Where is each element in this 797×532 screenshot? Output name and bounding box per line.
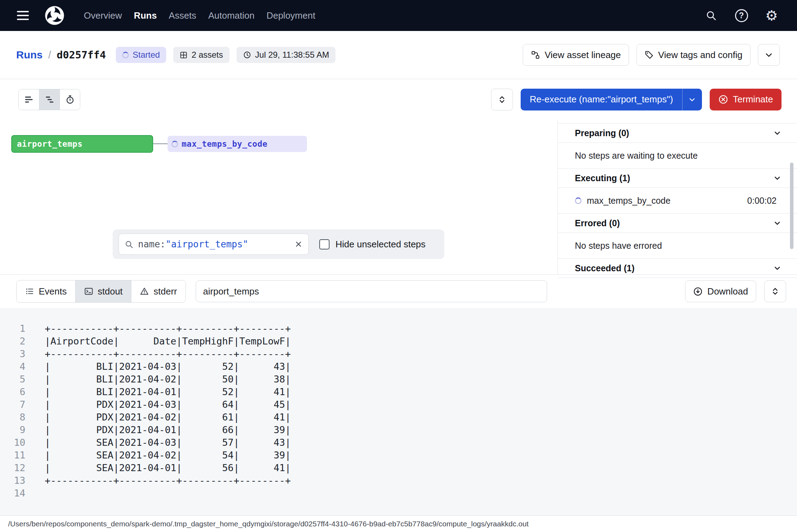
- unfold-icon: [497, 95, 507, 104]
- nav-item-automation[interactable]: Automation: [208, 10, 255, 21]
- tab-stderr-label: stderr: [153, 286, 177, 297]
- spinner-icon: [171, 141, 178, 147]
- log-line-text: | SEA|2021-04-03| 57| 43|: [45, 436, 291, 449]
- nav-item-deployment[interactable]: Deployment: [266, 10, 315, 21]
- preparing-empty-text: No steps are waiting to execute: [558, 143, 797, 168]
- log-row: 1+-----------+----------+---------+-----…: [0, 322, 797, 335]
- log-row: 8| PDX|2021-04-02| 61| 41|: [0, 411, 797, 424]
- tab-stdout-label: stdout: [98, 286, 123, 297]
- download-icon: [693, 287, 703, 296]
- tag-icon: [645, 50, 654, 59]
- log-line-text: | BLI|2021-04-01| 52| 41|: [45, 386, 291, 398]
- hide-unselected-checkbox[interactable]: [319, 239, 330, 249]
- clear-filter-button[interactable]: [294, 240, 303, 248]
- grid-icon: [180, 51, 188, 59]
- top-navbar: Overview Runs Assets Automation Deployme…: [0, 0, 797, 31]
- executing-step-row[interactable]: max_temps_by_code 0:00:02: [558, 188, 797, 213]
- terminate-label: Terminate: [733, 94, 773, 105]
- chevron-down-icon: [773, 129, 782, 137]
- settings-button[interactable]: ⚙: [762, 6, 782, 25]
- gantt-step-succeeded[interactable]: airport_temps: [11, 135, 153, 153]
- log-line-number: 1: [0, 322, 25, 335]
- terminate-icon: [718, 94, 728, 104]
- log-line-number: 9: [0, 424, 25, 436]
- executing-elapsed-time: 0:00:02: [747, 196, 777, 206]
- log-step-input[interactable]: [196, 280, 547, 302]
- download-label: Download: [707, 286, 748, 297]
- close-icon: [294, 240, 303, 248]
- help-icon: ?: [735, 9, 748, 22]
- timer-view-toggle[interactable]: [59, 89, 80, 110]
- breadcrumb-separator: /: [48, 49, 51, 61]
- nav-item-assets[interactable]: Assets: [169, 10, 196, 21]
- log-line-text: +-----------+----------+---------+------…: [45, 474, 291, 487]
- spinner-icon: [575, 197, 582, 204]
- reexecute-button[interactable]: Re-execute (name:"airport_temps"): [521, 89, 682, 110]
- gear-icon: ⚙: [765, 8, 778, 23]
- log-line-number: 2: [0, 335, 25, 348]
- tab-events-label: Events: [39, 286, 67, 297]
- section-header-succeeded[interactable]: Succeeded (1): [558, 258, 797, 278]
- log-line-number: 5: [0, 373, 25, 386]
- nav-item-overview[interactable]: Overview: [84, 10, 122, 21]
- view-mode-toggle: [18, 89, 80, 110]
- section-header-preparing[interactable]: Preparing (0): [558, 123, 797, 143]
- view-asset-lineage-button[interactable]: View asset lineage: [523, 44, 629, 66]
- spinner-icon: [122, 52, 129, 58]
- gantt-step-executing[interactable]: max_temps_by_code: [168, 136, 307, 152]
- log-lines: 1+-----------+----------+---------+-----…: [0, 322, 797, 500]
- log-file-path: /Users/ben/repos/components_demo/spark-d…: [8, 520, 529, 528]
- terminal-icon: [84, 287, 93, 296]
- download-button[interactable]: Download: [685, 280, 756, 302]
- stdout-log-viewer[interactable]: 1+-----------+----------+---------+-----…: [0, 308, 797, 515]
- log-row: 6| BLI|2021-04-01| 52| 41|: [0, 386, 797, 398]
- log-line-number: 12: [0, 462, 25, 474]
- log-tabs: Events stdout stderr: [16, 280, 186, 303]
- step-connector-line: [153, 143, 168, 144]
- flat-view-toggle[interactable]: [19, 89, 39, 110]
- assets-badge[interactable]: 2 assets: [173, 47, 229, 63]
- log-line-text: | PDX|2021-04-02| 61| 41|: [45, 411, 291, 424]
- tab-stderr[interactable]: stderr: [131, 280, 185, 302]
- step-filter-input[interactable]: name: "airport_temps": [119, 234, 309, 255]
- reexecute-dropdown-button[interactable]: [682, 89, 702, 110]
- terminate-button[interactable]: Terminate: [710, 89, 782, 110]
- hamburger-menu-icon[interactable]: [17, 8, 31, 23]
- waterfall-view-toggle[interactable]: [39, 89, 59, 110]
- warning-icon: [140, 287, 149, 296]
- section-header-errored[interactable]: Errored (0): [558, 213, 797, 233]
- log-line-text: | PDX|2021-04-03| 64| 45|: [45, 398, 291, 411]
- toolbar-actions: Re-execute (name:"airport_temps") T: [491, 89, 782, 110]
- filter-query-key: name:: [138, 239, 165, 249]
- timestamp-badge-label: Jul 29, 11:38:55 AM: [255, 50, 329, 60]
- tab-stdout[interactable]: stdout: [75, 280, 131, 302]
- help-button[interactable]: ?: [732, 6, 751, 25]
- section-header-executing[interactable]: Executing (1): [558, 168, 797, 188]
- search-icon: [125, 240, 133, 249]
- log-line-number: 10: [0, 436, 25, 449]
- dagster-logo-icon[interactable]: [43, 4, 66, 27]
- view-tags-config-button[interactable]: View tags and config: [636, 44, 751, 66]
- log-line-number: 7: [0, 398, 25, 411]
- primary-nav: Overview Runs Assets Automation Deployme…: [84, 10, 315, 21]
- expand-logs-button[interactable]: [764, 280, 786, 302]
- hide-unselected-label: Hide unselected steps: [335, 239, 426, 250]
- status-badge: Started: [116, 47, 166, 63]
- tab-events[interactable]: Events: [17, 280, 75, 302]
- breadcrumb-runs-link[interactable]: Runs: [16, 49, 43, 61]
- step-status-panel: Preparing (0) No steps are waiting to ex…: [558, 120, 797, 274]
- nav-item-runs[interactable]: Runs: [134, 10, 157, 21]
- dagster-run-page: Overview Runs Assets Automation Deployme…: [0, 0, 797, 532]
- reexecute-split-button: Re-execute (name:"airport_temps"): [521, 89, 702, 110]
- chevron-down-icon: [764, 50, 774, 60]
- search-button[interactable]: [701, 6, 721, 25]
- run-toolbar: Re-execute (name:"airport_temps") T: [0, 79, 797, 120]
- run-header-more-button[interactable]: [758, 44, 780, 66]
- view-asset-lineage-label: View asset lineage: [545, 50, 621, 61]
- expand-panel-button[interactable]: [491, 89, 513, 110]
- chevron-down-icon: [688, 95, 696, 104]
- run-header-actions: View asset lineage View tags and config: [523, 44, 780, 66]
- panel-scrollbar[interactable]: [790, 163, 793, 249]
- section-title: Errored (0): [575, 218, 620, 228]
- step-filter-bar: name: "airport_temps" Hide unselected st…: [113, 229, 444, 259]
